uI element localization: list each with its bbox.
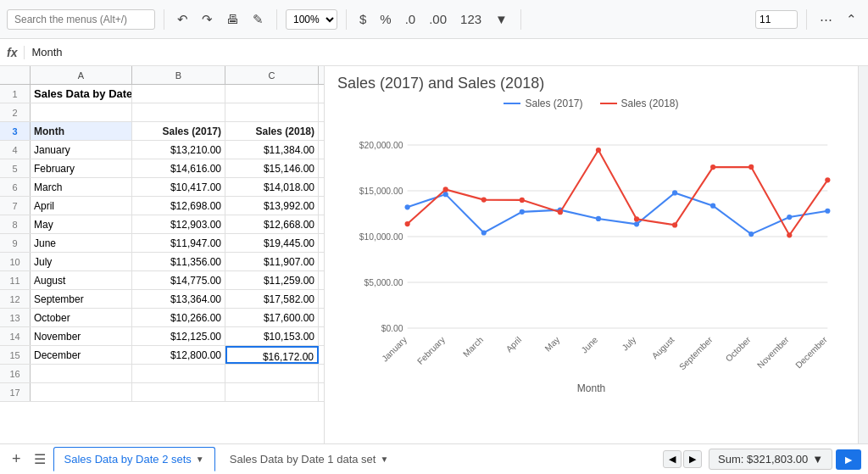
cell-a11[interactable]: August bbox=[31, 271, 132, 289]
svg-point-31 bbox=[748, 231, 754, 237]
redo-button[interactable]: ↷ bbox=[198, 8, 217, 31]
col-header-b[interactable]: B bbox=[132, 66, 225, 84]
svg-text:April: April bbox=[504, 335, 523, 354]
cell-c1[interactable] bbox=[225, 85, 319, 103]
cell-c17[interactable] bbox=[225, 383, 319, 401]
cell-month-header[interactable]: Month bbox=[31, 122, 132, 140]
active-sheet-tab[interactable]: Sales Data by Date 2 sets ▼ bbox=[53, 447, 215, 471]
cell-b9[interactable]: $11,947.00 bbox=[132, 234, 225, 252]
scrollbar[interactable] bbox=[858, 66, 868, 443]
svg-text:October: October bbox=[724, 335, 753, 364]
cell-a7[interactable]: April bbox=[31, 197, 132, 215]
svg-text:March: March bbox=[461, 335, 485, 359]
row-number: 15 bbox=[0, 346, 31, 364]
zoom-select[interactable]: 100% bbox=[286, 9, 337, 30]
currency-button[interactable]: $ bbox=[355, 8, 370, 30]
nav-left-button[interactable]: ◀ bbox=[663, 450, 682, 468]
sum-dropdown-icon[interactable]: ▼ bbox=[812, 453, 823, 466]
cell-a12[interactable]: September bbox=[31, 290, 132, 308]
undo-button[interactable]: ↶ bbox=[173, 8, 192, 31]
cell-c6[interactable]: $14,018.00 bbox=[225, 178, 319, 196]
cell-b11[interactable]: $14,775.00 bbox=[132, 271, 225, 289]
cell-sales2018-header[interactable]: Sales (2018) bbox=[225, 122, 319, 140]
svg-text:September: September bbox=[677, 335, 715, 372]
active-tab-dropdown-icon[interactable]: ▼ bbox=[196, 454, 204, 464]
number-format-button[interactable]: 123 bbox=[456, 8, 486, 30]
paint-format-button[interactable]: ✎ bbox=[248, 8, 268, 31]
cell-c8[interactable]: $12,668.00 bbox=[225, 215, 319, 233]
cell-b7[interactable]: $12,698.00 bbox=[132, 197, 225, 215]
explore-button[interactable]: ► bbox=[836, 449, 861, 470]
row-number: 7 bbox=[0, 197, 31, 215]
cell-b14[interactable]: $12,125.00 bbox=[132, 327, 225, 345]
collapse-button[interactable]: ⌃ bbox=[842, 8, 861, 31]
cell-c10[interactable]: $11,907.00 bbox=[225, 253, 319, 270]
print-button[interactable]: 🖶 bbox=[222, 8, 243, 30]
svg-point-24 bbox=[481, 230, 487, 235]
cell-c5[interactable]: $15,146.00 bbox=[225, 159, 319, 177]
cell-a16[interactable] bbox=[31, 365, 132, 382]
cell-b4[interactable]: $13,210.00 bbox=[132, 141, 225, 159]
cell-c13[interactable]: $17,600.00 bbox=[225, 309, 319, 326]
cell-b1[interactable] bbox=[132, 85, 225, 103]
cell-a5[interactable]: February bbox=[31, 159, 132, 177]
cell-b15[interactable]: $12,800.00 bbox=[132, 346, 225, 364]
cell-c9[interactable]: $19,445.00 bbox=[225, 234, 319, 252]
cell-a9[interactable]: June bbox=[31, 234, 132, 252]
cell-a14[interactable]: November bbox=[31, 327, 132, 345]
cell-b5[interactable]: $14,616.00 bbox=[132, 159, 225, 177]
cell-b16[interactable] bbox=[132, 365, 225, 382]
legend-line-red bbox=[600, 103, 617, 104]
cell-b6[interactable]: $10,417.00 bbox=[132, 178, 225, 196]
add-sheet-button[interactable]: + bbox=[7, 449, 26, 470]
sheet-list-button[interactable]: ☰ bbox=[30, 449, 50, 469]
nav-right-button[interactable]: ▶ bbox=[683, 450, 702, 468]
formula-content: Month bbox=[31, 46, 62, 59]
more-options-button[interactable]: ⋯ bbox=[815, 8, 837, 31]
inactive-tab-label: Sales Data by Date 1 data set bbox=[230, 453, 376, 466]
cell-b17[interactable] bbox=[132, 383, 225, 401]
table-row: 4January$13,210.00$11,384.00 bbox=[0, 141, 324, 159]
cell-c14[interactable]: $10,153.00 bbox=[225, 327, 319, 345]
col-header-a[interactable]: A bbox=[31, 66, 132, 84]
cell-b10[interactable]: $11,356.00 bbox=[132, 253, 225, 270]
cell-a15[interactable]: December bbox=[31, 346, 132, 364]
decimal-increase-button[interactable]: .00 bbox=[425, 8, 451, 30]
cell-b13[interactable]: $10,266.00 bbox=[132, 309, 225, 326]
number-format-dropdown[interactable]: ▼ bbox=[491, 8, 512, 30]
cell-c12[interactable]: $17,582.00 bbox=[225, 290, 319, 308]
x-axis-label: Month bbox=[337, 382, 845, 394]
row-number: 8 bbox=[0, 215, 31, 233]
cell-c2[interactable] bbox=[225, 103, 319, 121]
svg-text:July: July bbox=[620, 334, 638, 352]
cell-a4[interactable]: January bbox=[31, 141, 132, 159]
cell-a2[interactable] bbox=[31, 103, 132, 121]
cell-c11[interactable]: $11,259.00 bbox=[225, 271, 319, 289]
cell-a8[interactable]: May bbox=[31, 215, 132, 233]
table-row: 3 Month Sales (2017) Sales (2018) bbox=[0, 122, 324, 141]
percent-button[interactable]: % bbox=[376, 8, 395, 30]
cell-a1[interactable]: Sales Data by Date bbox=[31, 85, 132, 103]
cell-b8[interactable]: $12,903.00 bbox=[132, 215, 225, 233]
cell-a6[interactable]: March bbox=[31, 178, 132, 196]
cell-c16[interactable] bbox=[225, 365, 319, 382]
chart-title: Sales (2017) and Sales (2018) bbox=[337, 75, 845, 92]
cell-c4[interactable]: $11,384.00 bbox=[225, 141, 319, 159]
svg-text:$5,000.00: $5,000.00 bbox=[364, 278, 403, 287]
cell-b12[interactable]: $13,364.00 bbox=[132, 290, 225, 308]
decimal-decrease-button[interactable]: .0 bbox=[401, 8, 420, 30]
inactive-tab-dropdown-icon[interactable]: ▼ bbox=[380, 454, 388, 464]
table-row: 7April$12,698.00$13,992.00 bbox=[0, 197, 324, 215]
cell-a13[interactable]: October bbox=[31, 309, 132, 326]
col-header-c[interactable]: C bbox=[225, 66, 319, 84]
cell-c15[interactable]: $16,172.00 bbox=[225, 346, 319, 364]
cell-a10[interactable]: July bbox=[31, 253, 132, 270]
cell-a17[interactable] bbox=[31, 383, 132, 401]
search-input[interactable] bbox=[7, 9, 155, 30]
inactive-sheet-tab[interactable]: Sales Data by Date 1 data set ▼ bbox=[219, 447, 400, 471]
cell-c7[interactable]: $13,992.00 bbox=[225, 197, 319, 215]
toolbar-separator-3 bbox=[346, 9, 347, 30]
cell-sales2017-header[interactable]: Sales (2017) bbox=[132, 122, 225, 140]
cell-b2[interactable] bbox=[132, 103, 225, 121]
font-size-input[interactable] bbox=[755, 10, 798, 29]
